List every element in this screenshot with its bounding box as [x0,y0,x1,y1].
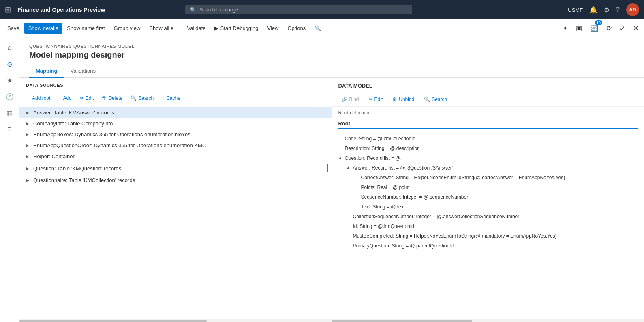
add-root-icon: + [28,95,30,101]
sidebar-list[interactable]: ≡ [2,122,17,136]
tree-item[interactable]: ▶ Answer: Table 'KMAnswer' records [19,107,332,118]
dm-edit-button[interactable]: ✏ Edit [366,95,386,104]
sidebar-home[interactable]: ⌂ [2,41,17,55]
tab-mapping[interactable]: Mapping [29,64,64,78]
add-root-button[interactable]: + Add root [24,94,53,103]
dm-node[interactable]: MustBeCompleted: String = Helper.NoYesEn… [332,231,644,241]
tree-item-text-5: Question: Table 'KMQuestion' records [33,165,324,172]
node-text-10: MustBeCompleted: String = Helper.NoYesEn… [353,232,638,240]
group-view-button[interactable]: Group view [110,23,145,34]
notification-badge: 10 [595,20,602,25]
dm-node[interactable]: PrimaryQuestion: String = @.parentQuesti… [332,241,644,251]
cache-button[interactable]: + Cache [158,94,184,103]
favorites-icon[interactable]: ✦ [560,22,570,34]
search-icon-left: 🔍 [131,95,137,101]
add-button[interactable]: + Add [55,94,75,103]
search-icon: 🔍 [190,7,196,13]
tree-item[interactable]: ▶ EnumAppNoYes: Dynamics 365 for Operati… [19,129,332,140]
dropdown-icon: ▾ [171,25,173,31]
item-indicator [327,164,328,172]
tree-item[interactable]: ▶ Questionnaire: Table 'KMCollection' re… [19,175,332,186]
add-icon: + [58,95,61,101]
dm-search-button[interactable]: 🔍 Search [421,95,450,104]
tree-item-text-0: Answer: Table 'KMAnswer' records [33,109,328,116]
global-search-bar[interactable]: 🔍 Search for a page [185,5,412,14]
expand-icon-0: ▶ [26,110,31,115]
restore-icon[interactable]: ⟳ [604,22,614,34]
unbind-button[interactable]: 🗑 Unbind [389,95,417,104]
sidebar-filter[interactable]: ⊜ [2,57,17,71]
settings-icon[interactable]: ⚙ [604,6,610,14]
sidebar-navigation: ⌂ ⊜ ★ 🕐 ▦ ≡ [0,37,19,322]
save-button[interactable]: Save [3,23,24,34]
refresh-icon[interactable]: 🔄 10 [588,22,601,34]
expand-icon[interactable]: ⤢ [617,22,627,34]
tree-item[interactable]: ▶ EnumAppQuestionOrder: Dynamics 365 for… [19,140,332,151]
dm-node[interactable]: CorrectAnswer: String = Helper.NoYesEnum… [332,173,644,182]
dm-node[interactable]: Code: String = @.kmCollectionId [332,134,644,144]
help-icon[interactable]: ? [616,6,620,13]
notification-icon[interactable]: 🔔 [589,6,597,14]
bind-button[interactable]: 🔗 Bind [338,95,362,104]
expand-2: ▲ [338,155,343,161]
tree-item-text-2: EnumAppNoYes: Dynamics 365 for Operation… [33,131,328,137]
toolbar-right: ✦ ▣ 🔄 10 ⟳ ⤢ ✕ [560,22,641,34]
dm-search-icon: 🔍 [424,97,430,102]
right-panel: DATA MODEL 🔗 Bind ✏ Edit 🗑 Unbind [332,78,644,322]
search-toolbar-button[interactable]: 🔍 [310,23,325,34]
data-model-toolbar: 🔗 Bind ✏ Edit 🗑 Unbind 🔍 Search [332,92,644,107]
node-text-0: Code: String = @.kmCollectionId [345,135,638,142]
separator-1 [180,24,180,33]
edit-button[interactable]: ✏ Edit [77,94,97,103]
data-model-tree: Code: String = @.kmCollectionId Descript… [332,134,644,319]
root-value: Root [338,119,638,129]
sidebar-favorites[interactable]: ★ [2,73,17,88]
top-navigation: ⊞ Finance and Operations Preview 🔍 Searc… [0,0,644,19]
data-model-header: DATA MODEL [332,78,644,92]
delete-button[interactable]: 🗑 Delete [98,94,126,103]
validate-button[interactable]: Validate [183,23,210,34]
close-icon[interactable]: ✕ [631,22,641,34]
app-grid-icon[interactable]: ⊞ [5,5,11,14]
panel-icon[interactable]: ▣ [573,22,584,34]
start-debugging-button[interactable]: ▶ Start Debugging [210,23,262,34]
main-toolbar: Save Show details Show name first Group … [0,19,644,37]
show-all-button[interactable]: Show all ▾ [145,23,178,34]
dm-node[interactable]: SequenceNumber: Integer = @.sequenceNumb… [332,192,644,202]
debug-icon: ▶ [214,25,218,31]
dm-node[interactable]: CollectionSequenceNumber: Integer = @.an… [332,212,644,221]
tree-item[interactable]: ▶ Question: Table 'KMQuestion' records [19,162,332,175]
node-text-5: Points: Real = @.point [361,184,638,191]
dm-node[interactable]: Points: Real = @.point [332,182,644,192]
dm-node[interactable]: ▲ Answer: Record list = @.'$Question'.'$… [332,163,644,173]
node-text-11: PrimaryQuestion: String = @.parentQuesti… [353,242,638,249]
left-scrollbar[interactable] [19,319,332,322]
node-text-7: Text: String = @.text [361,203,638,210]
sidebar-recent[interactable]: 🕐 [2,89,17,104]
node-text-1: Description: String = @.description [345,145,638,152]
node-text-9: Id: String = @.kmQuestionId [353,223,638,230]
data-sources-toolbar: + Add root + Add ✏ Edit 🗑 Delete [19,91,332,105]
dm-node[interactable]: Id: String = @.kmQuestionId [332,221,644,231]
show-name-first-button[interactable]: Show name first [63,23,109,34]
dm-node[interactable]: Description: String = @.description [332,144,644,153]
node-text-3: Answer: Record list = @.'$Question'.'$An… [353,164,638,172]
cache-icon: + [162,95,165,101]
tree-item[interactable]: ▶ Helper: Container [19,151,332,162]
dm-node[interactable]: ▲ Question: Record list = @.' [332,153,644,163]
delete-icon: 🗑 [102,95,107,101]
view-button[interactable]: View [263,23,282,34]
sidebar-workspaces[interactable]: ▦ [2,105,17,120]
dm-edit-icon: ✏ [369,97,373,102]
tab-validations[interactable]: Validations [64,64,102,78]
tree-item[interactable]: ▶ CompanyInfo: Table CompanyInfo [19,118,332,129]
avatar[interactable]: AD [626,3,639,16]
search-button[interactable]: 🔍 Search [127,94,157,103]
expand-icon-5: ▶ [26,166,31,171]
show-details-button[interactable]: Show details [24,23,62,34]
dm-node[interactable]: Text: String = @.text [332,202,644,212]
show-all-label: Show all [149,25,169,31]
options-button[interactable]: Options [283,23,310,34]
left-panel: DATA SOURCES + Add root + Add ✏ Edit [19,78,332,322]
right-scrollbar[interactable] [332,319,644,322]
